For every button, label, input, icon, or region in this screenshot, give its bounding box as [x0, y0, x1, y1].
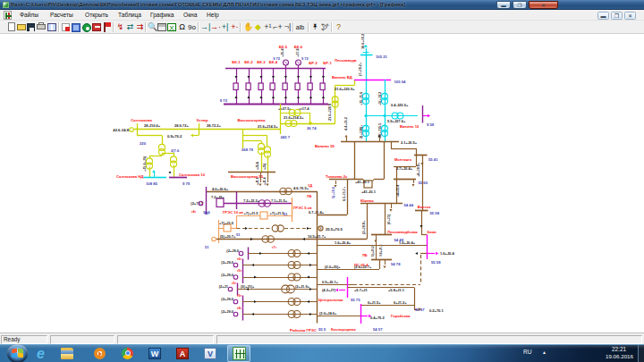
svg-text:+J5.8: +J5.8	[281, 48, 284, 57]
svg-text:Восток: Восток	[418, 205, 431, 209]
svg-text:1.6+J0.4+: 1.6+J0.4+	[335, 240, 352, 245]
svg-text:Лесозаводв: Лесозаводв	[335, 58, 357, 63]
svg-text:БК-6: БК-6	[294, 45, 303, 49]
svg-text:55 5: 55 5	[318, 327, 326, 332]
svg-text:+5.7+J1: +5.7+J1	[354, 288, 368, 292]
svg-text:БК-2: БК-2	[244, 60, 253, 64]
svg-text:54 57: 54 57	[373, 327, 383, 332]
svg-text:6+J1.5+: 6+J1.5+	[368, 300, 381, 305]
svg-text:91: 91	[205, 211, 209, 215]
svg-text:Салтыкова НД: Салтыкова НД	[116, 174, 143, 179]
svg-text:(2+J9.0: (2+J9.0	[221, 260, 233, 265]
svg-text:+J1.1: +J1.1	[256, 177, 259, 185]
svg-text:+J5.6: +J5.6	[256, 162, 259, 170]
svg-text:(5(+J0.7+: (5(+J0.7+	[220, 234, 236, 239]
svg-text:51: 51	[284, 212, 288, 216]
svg-text:7.1+J1.5+: 7.1+J1.5+	[271, 198, 288, 203]
svg-text:ЛБ: ЛБ	[307, 195, 312, 198]
svg-text:(2.0+J5(+: (2.0+J5(+	[325, 265, 341, 269]
svg-text:г7г: г7г	[272, 246, 277, 249]
svg-text:1Д: 1Д	[308, 183, 312, 188]
svg-text:+8+J0.9+: +8+J0.9+	[417, 162, 420, 177]
svg-text:Горобская: Горобская	[391, 314, 411, 318]
svg-text:0.4+75.2: 0.4+75.2	[370, 316, 385, 320]
svg-text:7.2+J2+: 7.2+J2+	[211, 195, 225, 199]
svg-text:Тихвины 2с: Тихвины 2с	[326, 174, 348, 179]
svg-text:(0+J1(: (0+J1(	[387, 214, 391, 224]
svg-text:(2+J1: (2+J1	[219, 284, 229, 289]
svg-text:+J5.6+J5(: +J5.6+J5(	[143, 156, 147, 172]
svg-text:+J1.4: +J1.4	[263, 177, 267, 185]
svg-text:г4г: г4г	[191, 210, 197, 214]
svg-text:Ванино ВД: Ванино ВД	[332, 75, 352, 80]
svg-text:Устюр: Устюр	[196, 118, 208, 122]
svg-text:4.0+J0.6+: 4.0+J0.6+	[212, 187, 229, 191]
svg-text:Райская ГРЭС: Райская ГРЭС	[290, 328, 317, 333]
svg-text:105 04: 105 04	[394, 80, 406, 84]
svg-text:+5.8+J1.1: +5.8+J1.1	[388, 288, 405, 292]
svg-text:+41-J0.1: +41-J0.1	[355, 180, 370, 184]
svg-text:г8г: г8г	[237, 307, 242, 310]
svg-text:(2+J9.0: (2+J9.0	[221, 297, 233, 301]
svg-text:+7(+J1.5: +7(+J1.5	[219, 221, 234, 225]
svg-text:21.6+J20.9+: 21.6+J20.9+	[335, 87, 355, 91]
svg-text:5(+J0.2: 5(+J0.2	[371, 246, 375, 257]
svg-text:0.6+J0.2: 0.6+J0.2	[379, 245, 383, 257]
svg-text:9 72: 9 72	[273, 56, 281, 61]
svg-text:+5(+J3.2: +5(+J3.2	[378, 92, 382, 105]
svg-text:+8+J2.4: +8+J2.4	[396, 185, 400, 197]
svg-text:28-J10.6+: 28-J10.6+	[144, 123, 161, 128]
svg-text:28.9-72+: 28.9-72+	[174, 123, 190, 128]
svg-text:+J5(: +J5(	[263, 163, 267, 170]
svg-text:БР-2: БР-2	[309, 61, 318, 65]
svg-text:2(7.6: 2(7.6	[171, 148, 180, 153]
svg-text:+7(+J1.5: +7(+J1.5	[244, 211, 259, 215]
svg-text:16.6+J0.2: 16.6+J0.2	[361, 34, 365, 49]
svg-text:г5г: г5г	[232, 282, 237, 285]
svg-text:2(+J28(+: 2(+J28(+	[360, 124, 363, 139]
svg-text:55 58: 55 58	[430, 211, 440, 215]
svg-text:7.2+J2.2+: 7.2+J2.2+	[243, 198, 260, 203]
svg-text:25.5+70.5: 25.5+70.5	[326, 227, 343, 232]
svg-text:5.9+J27.6+: 5.9+J27.6+	[387, 119, 406, 123]
svg-text:ЛБ: ЛБ	[362, 253, 368, 257]
svg-text:+41-J0.1: +41-J0.1	[361, 189, 377, 194]
svg-text:Зима: Зима	[427, 230, 436, 234]
svg-text:Кислородная: Кислородная	[331, 327, 356, 332]
svg-text:55 58: 55 58	[431, 260, 441, 265]
svg-text:2.1+J0.5+: 2.1+J0.5+	[401, 140, 418, 145]
svg-text:(2+J0.9+: (2+J0.9+	[362, 220, 366, 234]
svg-text:+15-J1.6: +15-J1.6	[360, 92, 363, 105]
svg-text:55 97: 55 97	[415, 307, 425, 312]
svg-text:55 75: 55 75	[351, 298, 360, 302]
svg-text:26 74: 26 74	[307, 126, 317, 130]
svg-text:1.6+J0.4+: 1.6+J0.4+	[399, 240, 416, 245]
svg-text:г6г: г6г	[237, 257, 242, 261]
svg-text:(2+J9.0: (2+J9.0	[221, 309, 233, 314]
svg-text:Ванино 55: Ванино 55	[315, 144, 335, 148]
svg-text:г9г: г9г	[237, 294, 242, 298]
svg-text:0.5+J0.1+: 0.5+J0.1+	[322, 280, 339, 284]
svg-text:28-72.2+: 28-72.2+	[207, 123, 222, 128]
svg-text:42.6-34.8: 42.6-34.8	[113, 128, 129, 132]
svg-text:БК-1: БК-1	[232, 60, 241, 64]
svg-text:Ванино 10: Ванино 10	[400, 124, 419, 129]
svg-text:105 21: 105 21	[376, 55, 387, 59]
svg-text:ГРЭС 10 кв: ГРЭС 10 кв	[223, 210, 243, 215]
svg-text:51: 51	[236, 232, 241, 237]
svg-text:(2.6+J2.7+: (2.6+J2.7+	[354, 265, 372, 269]
svg-text:220: 220	[140, 141, 147, 146]
svg-text:Лесозаводбская: Лесозаводбская	[387, 230, 418, 234]
svg-text:21.6+J20.9: 21.6+J20.9	[328, 104, 332, 121]
svg-text:+J7.8: +J7.8	[296, 48, 300, 57]
svg-text:54 44: 54 44	[404, 203, 414, 207]
svg-text:108 85: 108 85	[146, 181, 157, 186]
svg-text:54 78: 54 78	[391, 262, 401, 266]
svg-text:Высокогорная: Высокогорная	[238, 118, 266, 122]
svg-text:9 72: 9 72	[301, 56, 309, 61]
svg-text:+7(+J1.5: +7(+J1.5	[270, 211, 285, 215]
svg-text:Салтыкова: Салтыкова	[131, 118, 152, 122]
svg-text:268 79: 268 79	[242, 147, 253, 152]
svg-text:10.5+J1.7+: 10.5+J1.7+	[308, 234, 326, 239]
svg-text:9 79: 9 79	[182, 181, 191, 186]
